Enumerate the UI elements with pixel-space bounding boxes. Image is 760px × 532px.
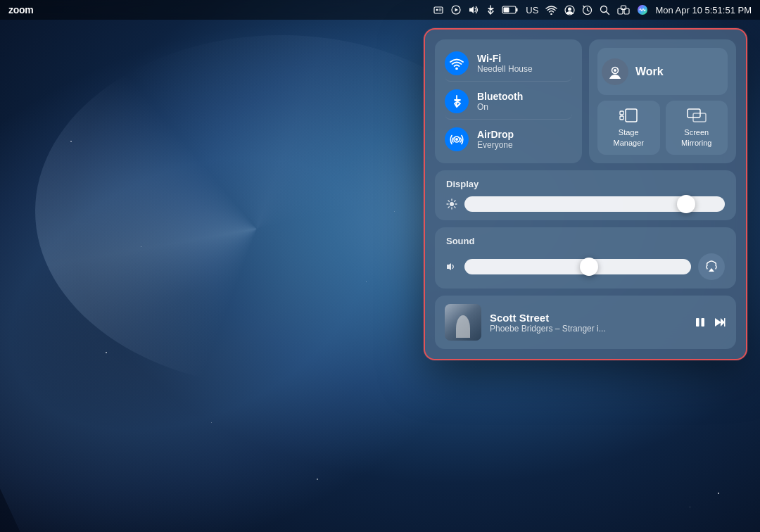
now-playing-section: Scott Street Phoebe Bridgers – Stranger … (435, 296, 736, 349)
screen-mirroring-icon (687, 108, 707, 123)
svg-point-1 (436, 9, 438, 11)
user-account-icon[interactable] (564, 5, 575, 15)
airplay-button[interactable] (698, 253, 725, 280)
menubar-time: Mon Apr 10 5:51:51 PM (655, 5, 752, 15)
wifi-icon-circle (445, 51, 469, 75)
brightness-slider[interactable] (464, 196, 725, 212)
svg-line-38 (448, 207, 449, 208)
svg-point-22 (455, 138, 458, 141)
play-icon[interactable] (451, 5, 461, 15)
menubar-right: US (433, 4, 752, 15)
svg-rect-9 (504, 8, 509, 13)
airdrop-visibility: Everyone (477, 140, 514, 150)
bluetooth-status: On (477, 102, 523, 112)
skip-forward-button[interactable] (714, 316, 726, 329)
focus-icon (602, 58, 628, 85)
volume-icon[interactable] (468, 5, 479, 15)
small-tiles-row: StageManager ScreenMirroring (597, 101, 728, 155)
airdrop-label: AirDrop (477, 129, 514, 140)
svg-rect-45 (724, 318, 726, 327)
control-center-panel: Wi-Fi Needell House Bluetooth On (424, 28, 747, 360)
wifi-network: Needell House (477, 64, 533, 74)
svg-marker-6 (469, 6, 474, 13)
siri-icon[interactable] (637, 4, 648, 15)
svg-point-20 (455, 67, 458, 69)
volume-low-icon (446, 262, 457, 272)
svg-rect-0 (434, 7, 443, 13)
svg-rect-42 (702, 318, 705, 327)
bluetooth-toggle[interactable]: Bluetooth On (445, 86, 572, 120)
wifi-toggle[interactable]: Wi-Fi Needell House (445, 48, 572, 82)
screen-mirroring-label: ScreenMirroring (681, 127, 711, 148)
svg-rect-27 (620, 116, 623, 120)
svg-rect-8 (516, 8, 518, 12)
display-section: Display (435, 170, 736, 220)
svg-marker-40 (709, 268, 714, 272)
album-art-figure (456, 315, 470, 338)
svg-point-12 (568, 7, 571, 11)
bluetooth-icon-circle (445, 89, 469, 113)
wifi-menubar-icon[interactable] (545, 5, 557, 15)
svg-rect-25 (626, 109, 637, 122)
playback-controls (694, 316, 726, 329)
brightness-thumb[interactable] (677, 195, 695, 213)
svg-marker-39 (447, 263, 451, 270)
display-label: Display (446, 179, 725, 189)
connectivity-tile: Wi-Fi Needell House Bluetooth On (435, 39, 582, 163)
svg-line-36 (455, 207, 455, 208)
bluetooth-label: Bluetooth (477, 91, 523, 102)
svg-point-30 (450, 202, 454, 206)
svg-point-10 (551, 13, 553, 15)
brightness-icon (446, 198, 457, 210)
volume-slider[interactable] (464, 259, 691, 274)
focus-work-button[interactable]: Work (597, 48, 728, 95)
svg-marker-5 (455, 8, 459, 12)
airdrop-icon-circle (445, 127, 469, 151)
svg-line-37 (455, 201, 455, 201)
pause-button[interactable] (694, 316, 707, 329)
sound-label: Sound (446, 236, 725, 246)
svg-line-15 (607, 11, 609, 14)
contact-card-icon[interactable] (433, 4, 444, 15)
svg-rect-26 (620, 111, 623, 115)
wifi-text: Wi-Fi Needell House (477, 53, 533, 74)
wifi-label: Wi-Fi (477, 53, 533, 64)
stage-manager-button[interactable]: StageManager (597, 101, 660, 155)
search-menubar-icon[interactable] (600, 5, 610, 15)
svg-line-35 (448, 201, 449, 201)
stage-manager-icon (619, 108, 638, 123)
airdrop-text: AirDrop Everyone (477, 129, 514, 150)
volume-row (446, 253, 725, 280)
album-art (445, 304, 481, 341)
bluetooth-text: Bluetooth On (477, 91, 523, 112)
focus-label: Work (635, 65, 664, 78)
screen-mirroring-button[interactable]: ScreenMirroring (666, 101, 728, 155)
sound-section: Sound (435, 227, 736, 289)
track-title: Scott Street (490, 312, 685, 324)
track-artist: Phoebe Bridgers – Stranger i... (490, 324, 685, 334)
svg-marker-43 (715, 318, 721, 327)
time-machine-icon[interactable] (582, 5, 593, 15)
airdrop-toggle[interactable]: AirDrop Everyone (445, 124, 572, 155)
svg-rect-18 (621, 6, 626, 10)
brightness-slider-row (446, 196, 725, 212)
svg-rect-41 (696, 318, 699, 327)
cc-top-row: Wi-Fi Needell House Bluetooth On (435, 39, 736, 163)
focus-tile: Work StageManager (589, 39, 736, 163)
svg-point-24 (614, 69, 616, 72)
keyboard-lang-icon[interactable]: US (526, 5, 538, 15)
zoom-app-name[interactable]: zoom (8, 4, 33, 15)
now-playing-text: Scott Street Phoebe Bridgers – Stranger … (490, 312, 685, 334)
mission-control-icon[interactable] (617, 5, 630, 15)
volume-thumb[interactable] (580, 258, 598, 276)
menubar-left: zoom (8, 4, 33, 15)
battery-icon[interactable] (502, 5, 519, 15)
bluetooth-icon[interactable] (486, 4, 495, 15)
menubar: zoom (0, 0, 760, 20)
stage-manager-label: StageManager (614, 127, 644, 148)
